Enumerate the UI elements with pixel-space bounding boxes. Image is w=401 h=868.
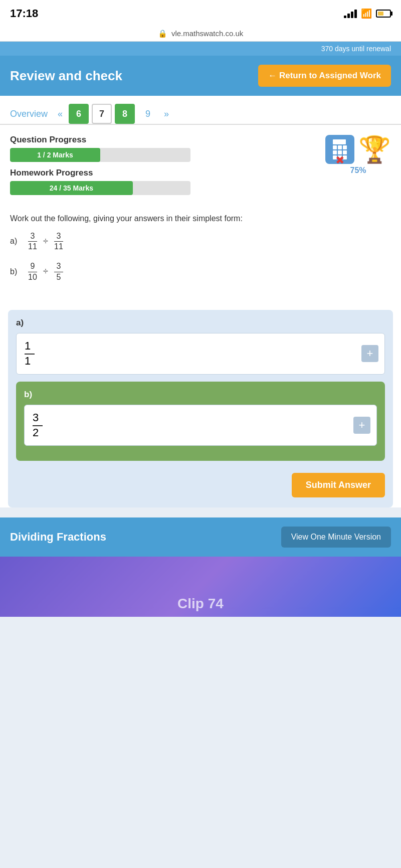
answer-fraction-b: 3 2 [33, 411, 43, 440]
status-icons: 📶 [344, 8, 391, 19]
plus-button-b[interactable]: + [353, 417, 370, 434]
question-part-b: b) 9 10 ÷ 3 5 [10, 261, 391, 281]
answer-part-b-container: b) 3 2 + [16, 382, 385, 461]
calculator-icon: ✖ [325, 135, 354, 164]
progress-left: Question Progress 1 / 2 Marks Homework P… [10, 135, 325, 201]
video-watermark: Clip 74 [177, 596, 224, 612]
progress-right: ✖ 🏆 ⭐ 75% [325, 135, 391, 175]
question-progress-fill: 1 / 2 Marks [10, 148, 100, 162]
url-text: vle.mathswatch.co.uk [171, 29, 243, 38]
trophy-percent: 75% [350, 166, 366, 175]
tab-item-9[interactable]: 9 [138, 104, 158, 124]
signal-icon [344, 10, 357, 18]
answer-input-a[interactable]: 1 1 + [16, 333, 385, 375]
progress-section: Question Progress 1 / 2 Marks Homework P… [0, 125, 401, 206]
answer-part-a-label: a) [16, 318, 385, 328]
answer-fraction-a: 1 1 [25, 339, 35, 368]
dividing-fractions-title: Dividing Fractions [10, 531, 106, 544]
answer-section: a) 1 1 + b) 3 2 + Submit Answer [8, 310, 393, 508]
tabs-row: Overview « 6 7 8 9 » [0, 96, 401, 125]
tab-nav-next[interactable]: » [161, 107, 172, 121]
page-title: Review and check [10, 68, 122, 84]
trophy-icon: 🏆 ⭐ [358, 136, 391, 162]
main-content: Overview « 6 7 8 9 » Question Progress 1… [0, 96, 401, 507]
battery-icon [376, 10, 391, 18]
status-time: 17:18 [10, 7, 38, 20]
question-part-a: a) 3 11 ÷ 3 11 [10, 231, 391, 251]
submit-row: Submit Answer [16, 468, 385, 499]
fraction-a2: 3 11 [54, 231, 63, 251]
question-area: Work out the following, giving your answ… [0, 206, 401, 300]
homework-progress-bar: 24 / 35 Marks [10, 181, 190, 195]
renewal-banner: 370 days until renewal [0, 42, 401, 56]
question-progress-bar: 1 / 2 Marks [10, 148, 190, 162]
trophy-star: ⭐ [368, 138, 381, 148]
status-bar: 17:18 📶 [0, 0, 401, 26]
homework-progress-label: Homework Progress [10, 168, 325, 178]
question-progress-label: Question Progress [10, 135, 325, 145]
homework-progress-fill: 24 / 35 Marks [10, 181, 133, 195]
return-to-assigned-work-button[interactable]: ← Return to Assigned Work [258, 65, 391, 87]
submit-answer-button[interactable]: Submit Answer [292, 473, 385, 497]
video-preview: Clip 74 [0, 557, 401, 617]
tab-overview[interactable]: Overview [10, 109, 48, 119]
url-bar: 🔒 vle.mathswatch.co.uk [0, 26, 401, 42]
tab-item-6[interactable]: 6 [69, 104, 89, 124]
part-b-label: b) [10, 267, 25, 276]
tab-item-7[interactable]: 7 [92, 104, 112, 124]
icons-row: ✖ 🏆 ⭐ [325, 135, 391, 164]
answer-input-b[interactable]: 3 2 + [24, 405, 377, 446]
fraction-a1: 3 11 [28, 231, 37, 251]
red-x-icon: ✖ [335, 154, 344, 167]
operator-b: ÷ [43, 266, 48, 277]
renewal-text: 370 days until renewal [321, 45, 391, 53]
fraction-b2: 3 5 [54, 261, 63, 281]
lock-icon: 🔒 [158, 29, 167, 38]
page-header: Review and check ← Return to Assigned Wo… [0, 56, 401, 96]
question-instruction: Work out the following, giving your answ… [10, 214, 391, 223]
plus-button-a[interactable]: + [361, 345, 378, 362]
part-a-label: a) [10, 237, 25, 246]
tab-item-8[interactable]: 8 [115, 104, 135, 124]
operator-a: ÷ [43, 236, 48, 247]
view-one-minute-version-button[interactable]: View One Minute Version [281, 527, 391, 548]
bottom-section: Dividing Fractions View One Minute Versi… [0, 517, 401, 557]
answer-part-b-label: b) [24, 390, 377, 400]
tab-nav-prev[interactable]: « [55, 107, 66, 121]
wifi-icon: 📶 [361, 8, 372, 19]
fraction-b1: 9 10 [28, 261, 37, 281]
